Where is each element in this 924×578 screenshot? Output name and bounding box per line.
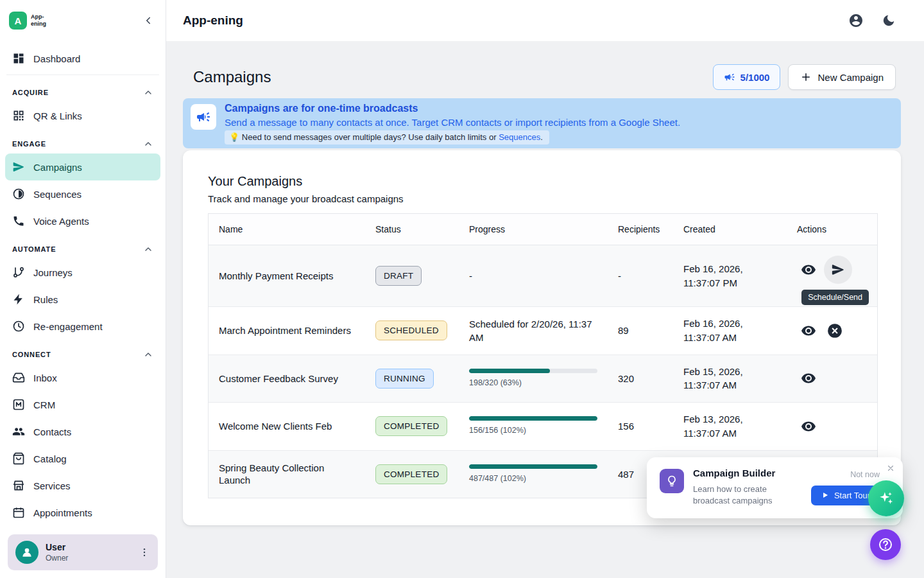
banner-body: Send a message to many contacts at once.… bbox=[225, 117, 680, 128]
progress-label: 487/487 (102%) bbox=[469, 473, 597, 485]
sidebar-item-journeys[interactable]: Journeys bbox=[5, 259, 160, 286]
section-label: ACQUIRE bbox=[12, 89, 49, 96]
sidebar-item-voice-agents[interactable]: Voice Agents bbox=[5, 207, 160, 234]
sidebar-item-crm[interactable]: CRM bbox=[5, 391, 160, 418]
branch-icon bbox=[12, 266, 25, 279]
lightbulb-emoji: 💡 bbox=[229, 132, 239, 142]
sidebar-item-contacts[interactable]: Contacts bbox=[5, 418, 160, 445]
campaign-created: Feb 16, 2026, 11:37:07 AM bbox=[673, 307, 787, 355]
view-campaign-button[interactable] bbox=[797, 258, 820, 281]
column-actions: Actions bbox=[787, 214, 877, 245]
sidebar-section-engage[interactable]: ENGAGE bbox=[5, 129, 160, 153]
campaign-quota-button[interactable]: 5/1000 bbox=[713, 64, 781, 90]
sidebar-item-services[interactable]: Services bbox=[5, 472, 160, 499]
column-created: Created bbox=[673, 214, 787, 245]
topbar-icons bbox=[848, 13, 896, 28]
sidebar-item-sequences[interactable]: Sequences bbox=[5, 180, 160, 207]
info-banner: Campaigns are for one-time broadcasts Se… bbox=[183, 98, 901, 148]
user-role: Owner bbox=[46, 554, 132, 563]
status-badge: COMPLETED bbox=[375, 464, 447, 484]
sidebar-item-catalog[interactable]: Catalog bbox=[5, 445, 160, 472]
person-icon bbox=[21, 546, 33, 559]
chevron-up-icon bbox=[143, 87, 153, 98]
account-button[interactable] bbox=[848, 13, 864, 28]
chevron-up-icon bbox=[143, 244, 153, 254]
page-actions: 5/1000 New Campaign bbox=[713, 64, 896, 90]
calendar-icon bbox=[12, 506, 25, 519]
sidebar-item-label: Inbox bbox=[33, 372, 57, 383]
start-tour-label: Start Tour bbox=[834, 491, 870, 500]
eye-icon bbox=[801, 323, 816, 338]
new-campaign-button[interactable]: New Campaign bbox=[788, 64, 896, 90]
ai-assistant-fab[interactable] bbox=[868, 480, 904, 516]
sidebar-item-label: QR & Links bbox=[33, 110, 82, 121]
sidebar-collapse-button[interactable] bbox=[142, 15, 154, 26]
user-meta: User Owner bbox=[46, 542, 132, 563]
user-card[interactable]: User Owner bbox=[8, 534, 158, 570]
status-badge: RUNNING bbox=[375, 369, 434, 389]
banner-content: Campaigns are for one-time broadcasts Se… bbox=[225, 103, 680, 144]
sidebar: A App-ening Dashboard ACQUIRE QR & Links… bbox=[0, 0, 166, 578]
storefront-icon bbox=[12, 479, 25, 492]
sidebar-item-appointments[interactable]: Appointments bbox=[5, 499, 160, 526]
lightning-icon bbox=[12, 293, 25, 306]
campaigns-table: Name Status Progress Recipients Created … bbox=[209, 214, 877, 498]
progress-bar-fill bbox=[469, 464, 597, 469]
view-campaign-button[interactable] bbox=[797, 415, 820, 438]
banner-tip: 💡 Need to send messages over multiple da… bbox=[225, 130, 549, 144]
sequences-link[interactable]: Sequences bbox=[499, 132, 540, 142]
sidebar-section-connect[interactable]: CONNECT bbox=[5, 340, 160, 364]
topbar: App-ening bbox=[166, 0, 924, 41]
megaphone-icon bbox=[196, 109, 211, 125]
campaign-created: Feb 16, 2026, 11:37:07 PM bbox=[673, 245, 787, 307]
campaigns-card-subtitle: Track and manage your broadcast campaign… bbox=[208, 193, 878, 204]
sidebar-item-dashboard[interactable]: Dashboard bbox=[5, 45, 160, 72]
help-fab[interactable] bbox=[870, 529, 901, 560]
view-campaign-button[interactable] bbox=[797, 367, 820, 390]
send-icon bbox=[12, 161, 25, 173]
campaigns-card-title: Your Campaigns bbox=[208, 174, 878, 189]
sidebar-item-label: Journeys bbox=[33, 267, 73, 278]
moon-icon bbox=[882, 13, 896, 28]
sidebar-section-acquire[interactable]: ACQUIRE bbox=[5, 78, 160, 102]
not-now-button[interactable]: Not now bbox=[850, 470, 880, 479]
sidebar-item-qr-links[interactable]: QR & Links bbox=[5, 102, 160, 129]
sidebar-item-campaigns[interactable]: Campaigns bbox=[5, 153, 160, 180]
campaign-progress: Scheduled for 2/20/26, 11:37 AM bbox=[459, 307, 608, 355]
crm-icon bbox=[12, 398, 25, 411]
sidebar-item-re-engagement[interactable]: Re-engagement bbox=[5, 313, 160, 340]
campaign-builder-popup: Campaign Builder Learn how to create bro… bbox=[647, 457, 903, 518]
status-badge: DRAFT bbox=[375, 266, 422, 286]
schedule-send-button[interactable] bbox=[824, 256, 852, 284]
table-row: March Appointment Reminders SCHEDULED Sc… bbox=[209, 307, 877, 355]
view-campaign-button[interactable] bbox=[797, 319, 820, 342]
table-row: Welcome New Clients Feb COMPLETED 156/15… bbox=[209, 403, 877, 451]
app-logo[interactable]: A App-ening bbox=[9, 12, 53, 30]
quota-label: 5/1000 bbox=[740, 72, 770, 83]
user-menu-button[interactable] bbox=[139, 547, 150, 558]
sidebar-item-label: Voice Agents bbox=[33, 216, 89, 227]
sidebar-section-automate[interactable]: AUTOMATE bbox=[5, 234, 160, 259]
table-row: Customer Feedback Survey RUNNING 198/320… bbox=[209, 355, 877, 403]
kebab-menu-icon bbox=[139, 547, 150, 558]
status-badge: COMPLETED bbox=[375, 416, 447, 436]
half-circle-icon bbox=[12, 188, 25, 200]
status-badge: SCHEDULED bbox=[375, 320, 447, 340]
dark-mode-toggle[interactable] bbox=[882, 13, 896, 28]
app-logo-mark: A bbox=[9, 12, 27, 30]
popup-close-button[interactable] bbox=[886, 464, 895, 473]
cancel-campaign-button[interactable] bbox=[824, 320, 846, 342]
plus-icon bbox=[800, 71, 812, 83]
banner-title: Campaigns are for one-time broadcasts bbox=[225, 103, 680, 114]
progress-label: 156/156 (102%) bbox=[469, 425, 597, 437]
sidebar-item-label: Appointments bbox=[33, 507, 92, 518]
send-button-wrap: Schedule/Send bbox=[824, 256, 852, 284]
sidebar-item-inbox[interactable]: Inbox bbox=[5, 364, 160, 391]
sidebar-item-rules[interactable]: Rules bbox=[5, 286, 160, 313]
campaign-name: Spring Beauty Collection Launch bbox=[209, 450, 365, 498]
progress-bar bbox=[469, 464, 597, 469]
page-header: Campaigns 5/1000 New Campaign bbox=[193, 64, 896, 90]
lightbulb-icon-box bbox=[660, 469, 684, 493]
banner-icon-box bbox=[191, 104, 216, 130]
new-campaign-label: New Campaign bbox=[817, 72, 884, 83]
